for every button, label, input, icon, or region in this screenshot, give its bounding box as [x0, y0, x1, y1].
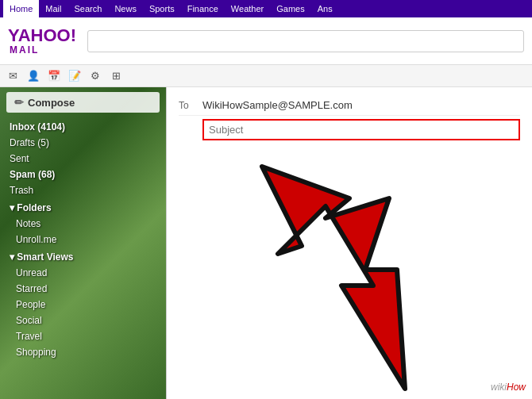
compose-to-row: To WikiHowSample@SAMPLE.com — [179, 95, 520, 116]
compose-subject-row — [179, 116, 520, 144]
compose-form: To WikiHowSample@SAMPLE.com — [167, 87, 532, 152]
how-text: How — [507, 382, 526, 393]
nav-home[interactable]: Home — [3, 0, 39, 17]
calendar-icon[interactable]: 📅 — [46, 68, 62, 84]
to-label: To — [179, 100, 202, 111]
sidebar-item-people[interactable]: People — [0, 297, 166, 313]
svg-marker-0 — [262, 167, 405, 389]
nav-ans[interactable]: Ans — [311, 0, 339, 17]
compose-label: Compose — [28, 97, 75, 109]
sidebar-folders-header[interactable]: ▾ Folders — [0, 200, 166, 216]
sidebar-item-starred[interactable]: Starred — [0, 281, 166, 297]
contact-icon[interactable]: 👤 — [25, 68, 41, 84]
header: YAHOO! MAIL — [0, 17, 532, 65]
main-layout: ✏ Compose Inbox (4104) Drafts (5) Sent S… — [0, 87, 532, 399]
apps-icon[interactable]: ⊞ — [108, 68, 124, 84]
sidebar-item-inbox[interactable]: Inbox (4104) — [0, 119, 166, 135]
yahoo-text: YAHOO! — [8, 27, 76, 44]
nav-search[interactable]: Search — [68, 0, 109, 17]
search-input[interactable] — [87, 30, 524, 52]
wikihow-watermark: wikiHow — [491, 382, 526, 393]
content-area: To WikiHowSample@SAMPLE.com wikiHow — [167, 87, 532, 399]
nav-mail[interactable]: Mail — [39, 0, 67, 17]
top-navigation: Home Mail Search News Sports Finance Wea… — [0, 0, 532, 17]
sidebar-item-unrollme[interactable]: Unroll.me — [0, 232, 166, 247]
mail-text: MAIL — [10, 44, 39, 56]
subject-input[interactable] — [202, 119, 520, 140]
sidebar-nav: Inbox (4104) Drafts (5) Sent Spam (68) T… — [0, 117, 166, 362]
sidebar-smart-views-header[interactable]: ▾ Smart Views — [0, 249, 166, 265]
sidebar-item-sent[interactable]: Sent — [0, 151, 166, 167]
sidebar-item-unread[interactable]: Unread — [0, 265, 166, 281]
arrow-annotation — [214, 135, 532, 399]
compose-icon: ✏ — [14, 96, 24, 109]
sidebar: ✏ Compose Inbox (4104) Drafts (5) Sent S… — [0, 87, 167, 399]
to-value: WikiHowSample@SAMPLE.com — [202, 99, 520, 111]
yahoo-logo: YAHOO! MAIL — [8, 27, 79, 56]
nav-games[interactable]: Games — [270, 0, 310, 17]
nav-news[interactable]: News — [108, 0, 143, 17]
sidebar-item-social[interactable]: Social — [0, 313, 166, 328]
toolbar: ✉ 👤 📅 📝 ⚙ ⊞ — [0, 65, 532, 87]
sidebar-item-shopping[interactable]: Shopping — [0, 344, 166, 360]
sidebar-item-drafts[interactable]: Drafts (5) — [0, 135, 166, 151]
mail-icon[interactable]: ✉ — [5, 68, 21, 84]
sidebar-content: ✏ Compose Inbox (4104) Drafts (5) Sent S… — [0, 92, 166, 362]
compose-button[interactable]: ✏ Compose — [6, 92, 160, 113]
sidebar-item-trash[interactable]: Trash — [0, 182, 166, 198]
sidebar-item-spam[interactable]: Spam (68) — [0, 167, 166, 182]
nav-weather[interactable]: Weather — [225, 0, 270, 17]
sidebar-item-notes[interactable]: Notes — [0, 216, 166, 232]
notes-icon[interactable]: 📝 — [67, 68, 83, 84]
nav-finance[interactable]: Finance — [181, 0, 225, 17]
wiki-text: wiki — [491, 382, 507, 393]
nav-sports[interactable]: Sports — [143, 0, 181, 17]
sidebar-item-travel[interactable]: Travel — [0, 328, 166, 344]
settings-icon[interactable]: ⚙ — [87, 68, 103, 84]
